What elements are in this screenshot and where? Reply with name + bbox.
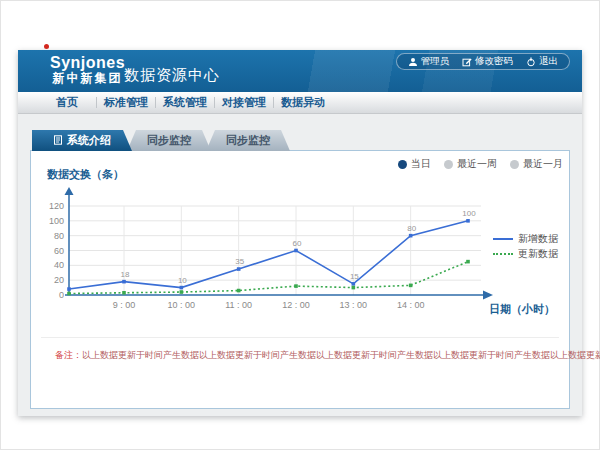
tab-label: 同步监控	[226, 133, 270, 148]
content-panel: 当日 最近一周 最近一月 数据交换（条） 0204060801001209 : …	[30, 150, 570, 409]
user-icon	[408, 57, 418, 67]
solid-line-swatch	[493, 238, 513, 240]
change-password-button[interactable]: 修改密码	[462, 55, 513, 68]
footnote: 备注：以上数据更新于时间产生数据以上数据更新于时间产生数据以上数据更新于时间产生…	[55, 349, 561, 362]
brand-logo-en: Synjones	[50, 54, 125, 72]
x-axis-title: 日期（小时）	[489, 302, 555, 317]
user-toolbar: 管理员 修改密码 退出	[396, 53, 571, 70]
page-title: 数据资源中心	[124, 66, 220, 85]
svg-text:9 : 00: 9 : 00	[113, 300, 136, 310]
power-icon	[526, 57, 536, 67]
logo-spark	[44, 44, 49, 49]
nav-item-standard-mgmt[interactable]: 标准管理	[97, 95, 155, 110]
footnote-divider	[41, 337, 559, 338]
svg-text:10 : 00: 10 : 00	[168, 300, 196, 310]
svg-text:60: 60	[54, 246, 64, 256]
y-axis-title: 数据交换（条）	[47, 167, 124, 182]
user-menu[interactable]: 管理员	[408, 55, 450, 68]
legend-item-new-data: 新增数据	[493, 231, 558, 246]
legend-label: 更新数据	[518, 247, 558, 261]
radio-icon	[398, 160, 407, 169]
svg-text:10: 10	[178, 276, 187, 285]
svg-text:100: 100	[462, 209, 476, 218]
nav-item-interface-mgmt[interactable]: 对接管理	[215, 95, 273, 110]
svg-text:35: 35	[235, 257, 244, 266]
header-bar: Synjones 新中新集团 数据资源中心 管理员 修改密码	[18, 50, 582, 92]
tab-sync-monitor-2[interactable]: 同步监控	[206, 130, 290, 151]
svg-text:20: 20	[54, 275, 64, 285]
tab-system-intro[interactable]: 系统介绍	[32, 130, 132, 151]
radio-last-week[interactable]: 最近一周	[444, 157, 497, 171]
chart-legend: 新增数据 更新数据	[493, 231, 558, 261]
edit-icon	[462, 57, 472, 67]
radio-label: 最近一月	[523, 157, 563, 171]
app-window: Synjones 新中新集团 数据资源中心 管理员 修改密码	[18, 50, 582, 416]
radio-label: 当日	[411, 157, 431, 171]
tab-bar: 系统介绍 同步监控 同步监控	[32, 130, 290, 151]
svg-text:14 : 00: 14 : 00	[397, 300, 425, 310]
user-name: 管理员	[421, 55, 450, 68]
brand-logo-cn: 新中新集团	[50, 72, 125, 85]
radio-icon	[444, 160, 453, 169]
nav-item-data-change[interactable]: 数据异动	[274, 95, 332, 110]
svg-text:80: 80	[54, 231, 64, 241]
dashed-line-swatch	[493, 253, 513, 255]
radio-label: 最近一周	[457, 157, 497, 171]
tab-sync-monitor-1[interactable]: 同步监控	[127, 130, 211, 151]
svg-text:15: 15	[350, 272, 359, 281]
radio-last-month[interactable]: 最近一月	[510, 157, 563, 171]
document-icon	[53, 135, 63, 147]
page: Synjones 新中新集团 数据资源中心 管理员 修改密码	[0, 0, 600, 450]
footnote-label: 备注：	[55, 350, 82, 360]
legend-item-updated-data: 更新数据	[493, 246, 558, 261]
logout-button[interactable]: 退出	[526, 55, 558, 68]
svg-text:60: 60	[293, 239, 302, 248]
nav-item-system-mgmt[interactable]: 系统管理	[156, 95, 214, 110]
nav-item-home[interactable]: 首页	[38, 95, 96, 110]
svg-text:13 : 00: 13 : 00	[340, 300, 368, 310]
brand-logo: Synjones 新中新集团	[50, 54, 125, 85]
svg-text:12 : 00: 12 : 00	[282, 300, 310, 310]
tab-label: 系统介绍	[67, 133, 111, 148]
radio-icon	[510, 160, 519, 169]
main-nav: 首页 标准管理 系统管理 对接管理 数据异动	[18, 92, 582, 114]
line-chart: 0204060801001209 : 0010 : 0011 : 0012 : …	[39, 185, 509, 317]
svg-text:11 : 00: 11 : 00	[225, 300, 252, 310]
svg-text:0: 0	[59, 290, 64, 300]
svg-text:18: 18	[121, 270, 130, 279]
legend-label: 新增数据	[518, 232, 558, 246]
svg-text:120: 120	[49, 201, 64, 211]
radio-today[interactable]: 当日	[398, 157, 431, 171]
svg-text:80: 80	[407, 224, 416, 233]
svg-text:100: 100	[49, 216, 64, 226]
logout-label: 退出	[539, 55, 558, 68]
time-range-filter: 当日 最近一周 最近一月	[398, 157, 563, 171]
tab-label: 同步监控	[147, 133, 191, 148]
change-password-label: 修改密码	[475, 55, 513, 68]
footnote-text: 以上数据更新于时间产生数据以上数据更新于时间产生数据以上数据更新于时间产生数据以…	[82, 350, 600, 360]
svg-text:40: 40	[54, 260, 64, 270]
